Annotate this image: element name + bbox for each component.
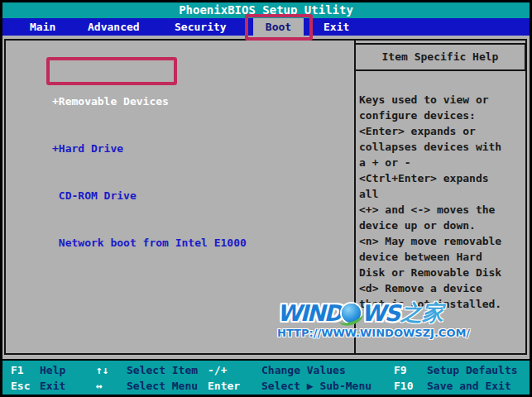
hint-key-esc: Esc (11, 380, 30, 392)
hint-label-select-submenu: Select ▶ Sub-Menu (261, 380, 371, 392)
hint-label-exit: Exit (40, 380, 65, 392)
tab-security[interactable]: Security (175, 18, 227, 36)
boot-item-network-boot[interactable]: Network boot from Intel E1000 (52, 235, 247, 251)
hint-label-select-item: Select Item (127, 364, 198, 376)
removable-devices-highlight-box (46, 57, 177, 85)
boot-item-hard-drive[interactable]: +Hard Drive (52, 141, 247, 156)
hint-key-f10: F10 (394, 380, 413, 392)
tab-advanced[interactable]: Advanced (88, 18, 140, 36)
help-panel-text: Keys used to view or configure devices: … (359, 92, 526, 312)
hint-key-enter: Enter (208, 380, 240, 392)
hint-key-f9: F9 (394, 364, 407, 376)
watermark-logo-text-left: WIND (277, 300, 341, 326)
windowszj-watermark: WIND WS 之家 HTTP://WWW.WINDOWSZJ.COM/ (277, 300, 470, 339)
boot-device-list: +Removable Devices +Hard Drive CD-ROM Dr… (52, 62, 247, 282)
tab-main[interactable]: Main (30, 18, 55, 36)
watermark-url: HTTP://WWW.WINDOWSZJ.COM/ (277, 327, 470, 339)
help-panel-title: Item Specific Help (354, 43, 526, 71)
watermark-logo-text-right: WS (362, 300, 399, 326)
updown-arrows-icon: ↑↓ (96, 364, 109, 376)
hint-label-help: Help (40, 364, 65, 376)
globe-icon (342, 304, 361, 323)
leftright-arrows-icon: ↔ (96, 380, 103, 392)
tab-exit[interactable]: Exit (324, 18, 349, 36)
hint-label-save-and-exit: Save and Exit (427, 380, 511, 392)
watermark-logo-cn: 之家 (400, 299, 443, 328)
bios-screen: PhoenixBIOS Setup Utility Main Advanced … (0, 0, 532, 397)
boot-item-removable-devices[interactable]: +Removable Devices (52, 93, 247, 109)
hint-label-change-values: Change Values (261, 364, 346, 376)
hint-label-setup-defaults: Setup Defaults (427, 364, 518, 376)
hint-key-plusminus: -/+ (208, 364, 227, 376)
boot-item-cdrom-drive[interactable]: CD-ROM Drive (52, 188, 247, 203)
key-hint-bar: F1 Help ↑↓ Select Item -/+ Change Values… (2, 359, 530, 395)
hint-label-select-menu: Select Menu (127, 380, 198, 392)
hint-key-f1: F1 (11, 364, 24, 376)
boot-tab-highlight-box (245, 14, 313, 41)
